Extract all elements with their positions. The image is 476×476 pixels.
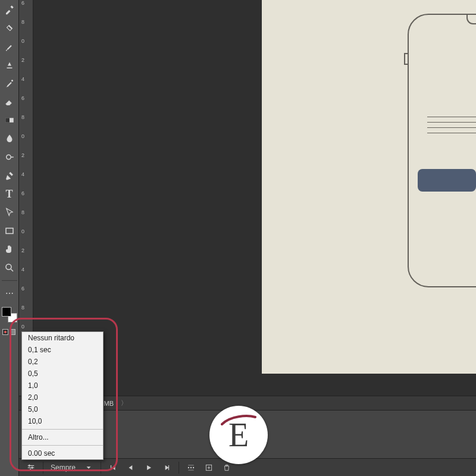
path-selection-tool[interactable] — [2, 205, 17, 220]
ruler-mark: 0 — [21, 228, 24, 234]
dodge-tool[interactable] — [2, 150, 17, 164]
healing-brush-tool[interactable] — [2, 21, 17, 35]
tween-button[interactable] — [185, 462, 197, 474]
logo-badge: E — [209, 406, 268, 464]
wireframe-text-lines — [427, 117, 476, 133]
ruler-mark: 4 — [21, 267, 24, 273]
ruler-mark: 6 — [21, 190, 24, 196]
eyedropper-tool[interactable] — [2, 2, 17, 17]
ruler-mark: 8 — [21, 305, 24, 311]
loop-menu-chevron-icon[interactable] — [83, 462, 95, 474]
foreground-background-colors[interactable] — [2, 307, 17, 322]
toolbar-separator — [2, 280, 17, 281]
next-frame-button[interactable] — [161, 462, 173, 474]
divider — [43, 462, 43, 474]
ruler-mark: 8 — [21, 19, 24, 25]
svg-rect-7 — [28, 467, 35, 468]
quick-mask-toggle[interactable] — [2, 329, 17, 337]
ruler-mark: 2 — [21, 57, 24, 63]
logo-swoosh-icon — [221, 415, 256, 427]
ruler-mark: 6 — [21, 0, 24, 6]
ruler-mark: 4 — [21, 171, 24, 177]
svg-rect-12 — [111, 465, 111, 469]
ruler-mark: 2 — [21, 152, 24, 158]
edit-toolbar-icon[interactable]: ⋯ — [2, 286, 17, 300]
ruler-mark: 0 — [21, 133, 24, 139]
screen-mode-icon — [10, 329, 15, 335]
divider — [178, 462, 179, 474]
svg-rect-6 — [28, 465, 35, 465]
ruler-mark: 4 — [21, 76, 24, 82]
timeline-settings-icon[interactable] — [25, 462, 37, 474]
ruler-mark: 8 — [21, 209, 24, 215]
gradient-tool[interactable] — [2, 113, 17, 127]
prev-frame-button[interactable] — [125, 462, 137, 474]
ruler-mark: 0 — [21, 324, 24, 330]
delay-option[interactable]: 0,1 sec — [22, 344, 103, 356]
wireframe-button — [418, 169, 476, 192]
play-button[interactable] — [143, 462, 155, 474]
blur-tool[interactable] — [2, 131, 17, 146]
zoom-tool[interactable] — [2, 261, 17, 275]
delay-option[interactable]: 1,0 — [22, 380, 103, 392]
svg-point-16 — [193, 466, 194, 468]
phone-outline — [405, 12, 476, 287]
rectangle-tool[interactable] — [2, 224, 17, 238]
type-tool[interactable]: T — [2, 187, 17, 201]
svg-point-5 — [6, 264, 11, 270]
delay-option[interactable]: 0,5 — [22, 368, 103, 380]
ruler-mark: 0 — [21, 38, 24, 44]
delay-option-none[interactable]: Nessun ritardo — [22, 332, 103, 344]
hand-tool[interactable] — [2, 242, 17, 256]
svg-rect-9 — [29, 464, 30, 466]
svg-rect-13 — [168, 465, 169, 469]
menu-separator — [22, 445, 103, 446]
ruler-mark: 6 — [21, 95, 24, 101]
delay-option[interactable]: 5,0 — [22, 403, 103, 415]
foreground-color-swatch[interactable] — [2, 307, 11, 317]
brush-tool[interactable] — [2, 39, 17, 54]
menu-separator — [22, 429, 103, 430]
delay-option-other[interactable]: Altro... — [22, 431, 103, 443]
delay-option[interactable]: 2,0 — [22, 392, 103, 403]
quick-mask-icon — [2, 329, 8, 335]
ruler-mark: 2 — [21, 248, 24, 253]
loop-label[interactable]: Sempre — [49, 464, 77, 472]
divider — [101, 462, 101, 474]
svg-point-3 — [6, 155, 11, 159]
pen-tool[interactable] — [2, 168, 17, 183]
ruler-mark: 6 — [21, 286, 24, 292]
delay-option[interactable]: 10,0 — [22, 415, 103, 427]
new-frame-button[interactable] — [203, 462, 215, 474]
eraser-tool[interactable] — [2, 95, 17, 109]
svg-point-0 — [11, 80, 13, 82]
clone-stamp-tool[interactable] — [2, 58, 17, 72]
svg-rect-10 — [32, 466, 33, 469]
chevron-right-icon[interactable]: 〉 — [121, 399, 127, 408]
svg-rect-2 — [5, 118, 10, 123]
first-frame-button[interactable] — [107, 462, 119, 474]
svg-point-14 — [188, 466, 189, 468]
delay-current-value[interactable]: 0.00 sec — [22, 447, 103, 459]
left-toolbar: T ⋯ — [0, 0, 19, 476]
delay-option[interactable]: 0,2 — [22, 356, 103, 368]
ruler-mark: 8 — [21, 114, 24, 120]
history-brush-tool[interactable] — [2, 76, 17, 90]
delay-popup-menu: Nessun ritardo 0,1 sec 0,2 0,5 1,0 2,0 5… — [21, 331, 104, 460]
svg-rect-4 — [6, 228, 13, 234]
svg-point-15 — [190, 466, 192, 468]
svg-rect-11 — [30, 468, 31, 471]
